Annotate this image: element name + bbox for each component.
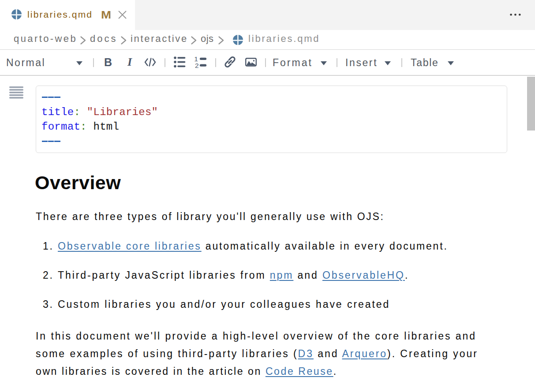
svg-text:2: 2 bbox=[195, 62, 199, 69]
